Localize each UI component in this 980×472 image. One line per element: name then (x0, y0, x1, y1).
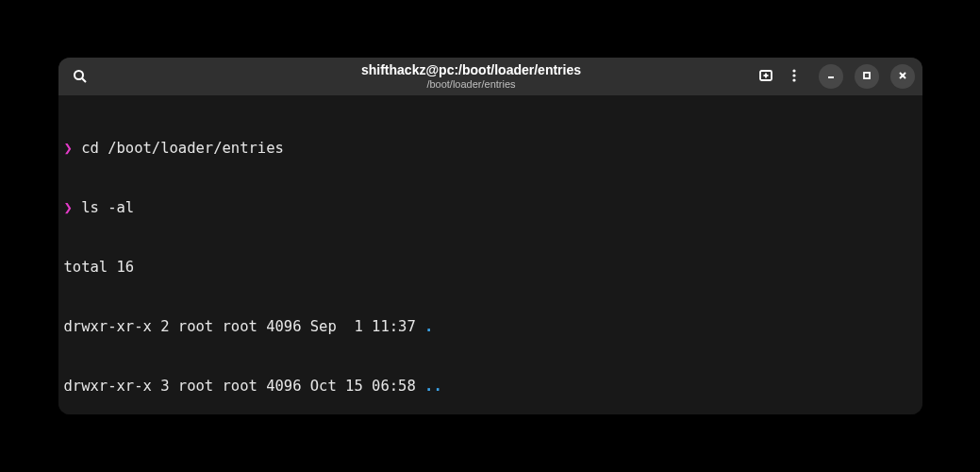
svg-point-7 (792, 78, 795, 81)
new-tab-button[interactable] (753, 62, 779, 91)
titlebar-left (66, 62, 198, 91)
window-subtitle: /boot/loader/entries (426, 78, 515, 90)
new-tab-icon (758, 68, 773, 86)
search-button[interactable] (66, 62, 94, 91)
ls-name: .. (424, 378, 442, 395)
ls-total: total 16 (64, 258, 917, 278)
svg-line-1 (82, 78, 86, 82)
ls-row: drwxr-xr-x 2 root root 4096 Sep 1 11:37 … (64, 317, 917, 337)
ls-perm: drwxr-xr-x 2 root root 4096 Sep 1 11:37 (64, 318, 425, 335)
minimize-button[interactable] (819, 64, 843, 89)
maximize-button[interactable] (855, 64, 879, 89)
command-text: ls -al (81, 199, 134, 216)
search-icon (73, 69, 88, 84)
svg-rect-9 (864, 73, 870, 78)
svg-point-5 (792, 69, 795, 72)
close-button[interactable] (890, 64, 915, 89)
titlebar-center: shifthackz@pc:/boot/loader/entries /boot… (198, 63, 745, 89)
ls-perm: drwxr-xr-x 3 root root 4096 Oct 15 06:58 (64, 378, 425, 395)
ls-row: drwxr-xr-x 3 root root 4096 Oct 15 06:58… (64, 377, 917, 396)
svg-point-0 (75, 71, 83, 79)
window-title: shifthackz@pc:/boot/loader/entries (361, 63, 581, 77)
close-icon (897, 70, 908, 84)
titlebar-right (745, 62, 915, 91)
prompt-symbol: ❯ (64, 140, 73, 157)
terminal-window: shifthackz@pc:/boot/loader/entries /boot… (58, 58, 922, 414)
svg-point-6 (792, 74, 795, 76)
hamburger-menu-button[interactable] (781, 62, 807, 91)
minimize-icon (825, 70, 837, 84)
command-text: cd /boot/loader/entries (81, 140, 284, 157)
titlebar: shifthackz@pc:/boot/loader/entries /boot… (58, 58, 922, 95)
terminal-body[interactable]: ❯ cd /boot/loader/entries ❯ ls -al total… (58, 95, 922, 414)
maximize-icon (861, 70, 872, 84)
kebab-icon (787, 68, 802, 86)
ls-name: . (424, 318, 433, 335)
prompt-symbol: ❯ (64, 199, 73, 216)
